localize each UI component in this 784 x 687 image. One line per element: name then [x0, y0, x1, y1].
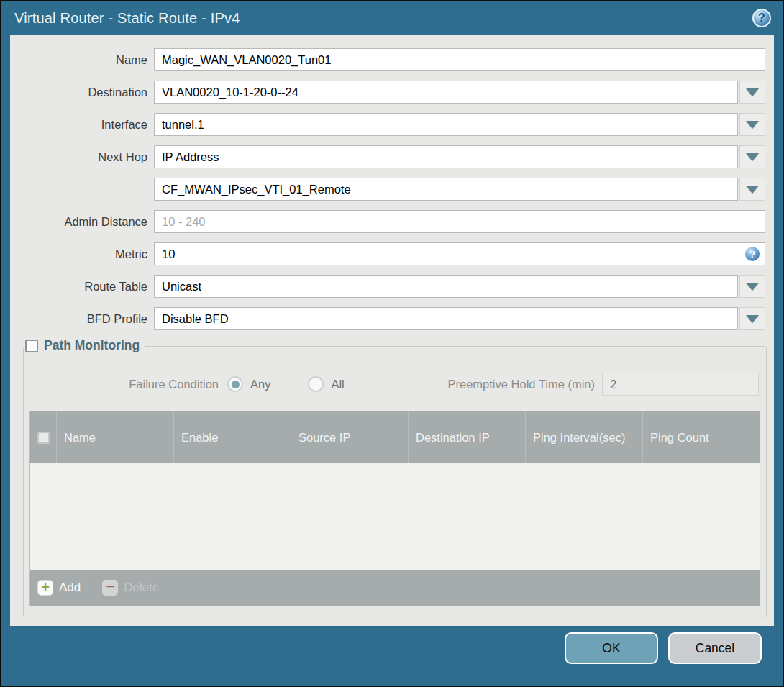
path-monitoring-title: Path Monitoring: [44, 338, 140, 353]
destination-input[interactable]: [154, 81, 738, 104]
metric-label: Metric: [10, 247, 154, 261]
form-row-route-table: Route Table: [10, 275, 765, 298]
next-hop-type-input[interactable]: [154, 145, 738, 168]
static-route-form: Name Destination Interface: [10, 35, 774, 330]
form-row-next-hop: Next Hop: [10, 145, 765, 168]
table-header-source-ip[interactable]: Source IP: [291, 411, 409, 463]
help-icon[interactable]: ?: [752, 9, 771, 27]
interface-label: Interface: [10, 118, 154, 132]
path-monitoring-checkbox[interactable]: [25, 340, 38, 352]
route-table-dropdown-button[interactable]: [739, 275, 765, 298]
interface-input[interactable]: [154, 113, 738, 136]
chevron-down-icon: [746, 186, 759, 194]
bfd-profile-dropdown-button[interactable]: [739, 307, 765, 330]
table-header-ping-interval[interactable]: Ping Interval(sec): [526, 411, 643, 463]
admin-distance-input[interactable]: [154, 210, 765, 233]
add-button[interactable]: + Add: [37, 580, 81, 596]
path-monitoring-section: Path Monitoring Failure Condition Any Al…: [23, 346, 767, 617]
dialog-title: Virtual Router - Static Route - IPv4: [1, 10, 240, 27]
ok-button[interactable]: OK: [565, 632, 658, 664]
path-monitoring-legend: Path Monitoring: [24, 338, 145, 353]
path-monitoring-options-row: Failure Condition Any All Preemptive Hol…: [29, 373, 760, 396]
next-hop-address-dropdown-button[interactable]: [739, 178, 765, 201]
title-bar: Virtual Router - Static Route - IPv4 ?: [1, 1, 783, 35]
failure-condition-any-label: Any: [250, 378, 270, 391]
select-all-checkbox[interactable]: [37, 432, 50, 444]
metric-help-icon: ?: [745, 247, 760, 261]
route-table-label: Route Table: [10, 280, 154, 294]
delete-button-label: Delete: [124, 581, 159, 595]
dialog-footer: OK Cancel: [1, 626, 783, 686]
delete-button[interactable]: − Delete: [102, 580, 159, 596]
failure-condition-any-radio[interactable]: [227, 376, 243, 392]
failure-condition-all-radio[interactable]: [308, 376, 324, 392]
next-hop-address-input[interactable]: [154, 178, 738, 201]
table-header-ping-count[interactable]: Ping Count: [643, 411, 760, 463]
name-input[interactable]: [154, 48, 765, 71]
next-hop-type-dropdown-button[interactable]: [739, 145, 765, 168]
form-row-admin-distance: Admin Distance: [10, 210, 765, 233]
chevron-down-icon: [746, 315, 759, 323]
table-header-name[interactable]: Name: [57, 411, 174, 463]
plus-icon: +: [37, 580, 53, 596]
minus-icon: −: [102, 580, 118, 596]
table-toolbar: + Add − Delete: [30, 570, 760, 606]
bfd-profile-label: BFD Profile: [10, 312, 154, 326]
static-route-dialog: Virtual Router - Static Route - IPv4 ? N…: [0, 0, 784, 687]
form-row-destination: Destination: [10, 81, 765, 104]
metric-input[interactable]: [154, 242, 765, 265]
table-header-enable[interactable]: Enable: [174, 411, 291, 463]
chevron-down-icon: [746, 283, 759, 291]
form-row-name: Name: [10, 48, 765, 71]
form-row-bfd-profile: BFD Profile: [10, 307, 765, 330]
path-monitoring-table: Name Enable Source IP Destination IP Pin…: [29, 411, 760, 606]
admin-distance-label: Admin Distance: [10, 215, 154, 229]
route-table-input[interactable]: [154, 275, 738, 298]
table-header-checkbox-cell: [30, 411, 57, 463]
form-row-interface: Interface: [10, 113, 765, 136]
chevron-down-icon: [746, 88, 759, 96]
table-header-row: Name Enable Source IP Destination IP Pin…: [30, 411, 760, 463]
radio-dot: [232, 381, 240, 388]
cancel-button[interactable]: Cancel: [668, 632, 762, 664]
next-hop-label: Next Hop: [10, 150, 154, 164]
chevron-down-icon: [746, 153, 759, 161]
failure-condition-label: Failure Condition: [29, 378, 227, 391]
interface-dropdown-button[interactable]: [739, 113, 765, 136]
chevron-down-icon: [746, 121, 759, 129]
form-row-next-hop-address: [10, 178, 765, 201]
add-button-label: Add: [59, 581, 81, 595]
preemptive-hold-time-input[interactable]: [602, 373, 759, 396]
dialog-body: Name Destination Interface: [10, 35, 774, 626]
table-header-destination-ip[interactable]: Destination IP: [409, 411, 526, 463]
name-label: Name: [10, 53, 154, 67]
bfd-profile-input[interactable]: [154, 307, 738, 330]
table-body-empty: [30, 463, 760, 570]
preemptive-hold-time-label: Preemptive Hold Time (min): [448, 378, 602, 391]
destination-label: Destination: [10, 86, 154, 99]
failure-condition-all-label: All: [331, 378, 344, 391]
destination-dropdown-button[interactable]: [739, 81, 765, 104]
form-row-metric: Metric ?: [10, 242, 765, 265]
